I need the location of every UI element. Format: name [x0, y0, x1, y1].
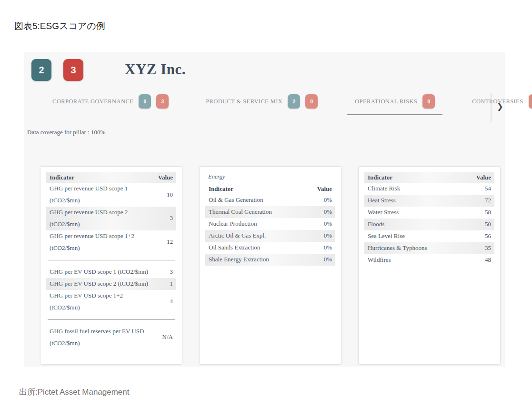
indicator-value: 48	[481, 254, 491, 266]
indicator-label: Arctic Oil & Gas Expl.	[209, 230, 266, 242]
table-row: Water Stress58	[364, 207, 494, 219]
column-header-value: Value	[313, 184, 332, 194]
indicator-label-line: Wildfires	[368, 254, 391, 266]
indicator-label-line: GHG per revenue USD scope 1	[50, 183, 128, 195]
indicator-value: 0%	[320, 194, 332, 206]
table-row: Wildfires48	[364, 254, 494, 266]
indicator-label: GHG per EV USD scope 1 (tCO2/$mn)	[50, 266, 148, 278]
table-row: GHG per revenue USD scope 1(tCO2/$mn)10	[46, 183, 176, 207]
indicator-value: 4	[166, 296, 173, 308]
tab-count-badge-teal: 0	[139, 94, 151, 109]
indicator-label: Climate Risk	[368, 183, 400, 195]
indicator-label: GHG per EV USD scope 1+2(tCO2/$mn)	[50, 290, 123, 314]
tab-count-badge-teal: 2	[288, 94, 300, 109]
indicator-label-line: GHG fossil fuel reserves per EV USD	[50, 326, 144, 338]
indicator-value: 50	[481, 219, 491, 230]
indicator-value: 35	[481, 242, 491, 254]
indicator-label-line: (tCO2/$mn)	[50, 242, 134, 254]
table-row: Oil Sands Extraction0%	[205, 242, 335, 254]
indicator-value: 3	[166, 212, 173, 224]
indicator-label: GHG fossil fuel reserves per EV USD(tCO2…	[50, 326, 144, 349]
tab-operational-risks[interactable]: OPERATIONAL RISKS0	[347, 90, 442, 115]
table-row: GHG per EV USD scope 2 (tCO2/$mn)1	[46, 278, 176, 290]
indicator-card: EnergyIndicatorValueOil & Gas Generation…	[199, 166, 341, 365]
indicator-label: Oil & Gas Generation	[209, 194, 263, 206]
esg-score-app-screenshot: 23 XYZ Inc. CORPORATE GOVERNANCE03PRODUC…	[24, 52, 505, 367]
table-header-row: IndicatorValue	[46, 172, 176, 183]
indicator-label-line: GHG per EV USD scope 1+2	[50, 290, 123, 302]
column-header-indicator: Indicator	[368, 172, 392, 183]
table-row: GHG per revenue USD scope 1+2(tCO2/$mn)1…	[46, 230, 176, 254]
indicator-label: Shale Energy Extraction	[209, 254, 269, 266]
indicator-label-line: Oil & Gas Generation	[209, 194, 263, 206]
indicator-label: Sea Level Rise	[368, 230, 405, 242]
document-page: 図表5:ESGスコアの例 23 XYZ Inc. CORPORATE GOVER…	[0, 0, 532, 408]
indicator-value: 0%	[320, 206, 332, 218]
table-header-row: IndicatorValue	[205, 184, 335, 194]
indicator-label-line: Water Stress	[368, 207, 399, 219]
indicator-label-line: Thermal Coal Generation	[209, 206, 272, 218]
coverage-text: Data coverage for pillar : 100%	[27, 129, 105, 136]
next-tabs-button[interactable]: ❯	[495, 100, 505, 112]
indicator-label-line: Oil Sands Extraction	[209, 242, 260, 254]
indicator-label-line: Climate Risk	[368, 183, 400, 195]
table-row: Thermal Coal Generation0%	[205, 206, 335, 218]
tab-corporate-governance[interactable]: CORPORATE GOVERNANCE03	[45, 90, 176, 115]
indicator-value: 0%	[320, 254, 332, 266]
table-row: GHG per EV USD scope 1 (tCO2/$mn)3	[46, 266, 176, 278]
indicator-label-line: Arctic Oil & Gas Expl.	[209, 230, 266, 242]
table-row: Arctic Oil & Gas Expl.0%	[205, 230, 335, 242]
indicator-label: Wildfires	[368, 254, 391, 266]
indicator-label-line: (tCO2/$mn)	[50, 338, 144, 349]
indicator-label-line: GHG per revenue USD scope 2	[50, 207, 128, 219]
table-row: Hurricanes & Typhoons35	[364, 242, 494, 254]
table-row: Floods50	[364, 219, 494, 230]
column-header-value: Value	[472, 172, 491, 183]
indicator-card: IndicatorValueClimate Risk54Heat Stress7…	[358, 166, 501, 365]
indicator-label-line: GHG per EV USD scope 1 (tCO2/$mn)	[50, 266, 148, 278]
indicator-value: 56	[481, 230, 491, 242]
indicator-label: Hurricanes & Typhoons	[368, 242, 427, 254]
indicator-label: Nuclear Production	[209, 218, 257, 230]
indicator-value: 3	[166, 266, 173, 278]
header-score-badges: 23	[31, 59, 95, 81]
indicator-label-line: GHG per EV USD scope 2 (tCO2/$mn)	[50, 278, 148, 290]
indicator-label: Oil Sands Extraction	[209, 242, 260, 254]
table-row: Nuclear Production0%	[205, 218, 335, 230]
table-section-title: Energy	[205, 172, 335, 184]
indicator-label-line: Hurricanes & Typhoons	[368, 242, 427, 254]
indicator-label-line: Heat Stress	[368, 195, 396, 207]
indicator-label: Floods	[368, 219, 384, 230]
indicator-value: 54	[481, 183, 491, 195]
table-row: GHG per EV USD scope 1+2(tCO2/$mn)4	[46, 290, 176, 314]
indicator-label: Heat Stress	[368, 195, 396, 207]
tab-label: CORPORATE GOVERNANCE	[52, 98, 133, 105]
indicator-label-line: Floods	[368, 219, 384, 230]
indicator-label-line: (tCO2/$mn)	[50, 195, 128, 207]
indicator-value: 0%	[320, 230, 332, 242]
pillar-tabs: CORPORATE GOVERNANCE03PRODUCT & SERVICE …	[24, 90, 509, 115]
indicator-label-line: (tCO2/$mn)	[50, 219, 128, 230]
indicator-value: 0%	[320, 218, 332, 230]
header-score-badge: 2	[31, 59, 51, 81]
table-row: Climate Risk54	[364, 183, 494, 195]
column-header-indicator: Indicator	[50, 172, 74, 183]
indicator-cards: IndicatorValueGHG per revenue USD scope …	[24, 166, 501, 365]
indicator-label-line: Sea Level Rise	[368, 230, 405, 242]
indicator-value: 72	[481, 195, 491, 207]
column-header-indicator: Indicator	[209, 184, 233, 194]
row-separator	[48, 260, 175, 260]
tab-label: OPERATIONAL RISKS	[355, 98, 417, 105]
column-header-value: Value	[154, 172, 173, 183]
company-name: XYZ Inc.	[125, 61, 186, 78]
indicator-label: GHG per revenue USD scope 2(tCO2/$mn)	[50, 207, 128, 230]
app-header: 23 XYZ Inc.	[24, 52, 505, 81]
indicator-label-line: Nuclear Production	[209, 218, 257, 230]
indicator-label: GHG per EV USD scope 2 (tCO2/$mn)	[50, 278, 148, 290]
tab-product-service-mix[interactable]: PRODUCT & SERVICE MIX20	[198, 90, 325, 115]
indicator-label-line: GHG per revenue USD scope 1+2	[50, 230, 134, 242]
indicator-value: 0%	[320, 242, 332, 254]
table-row: Oil & Gas Generation0%	[205, 194, 335, 206]
figure-title: 図表5:ESGスコアの例	[14, 20, 105, 32]
indicator-value: N/A	[159, 331, 173, 343]
